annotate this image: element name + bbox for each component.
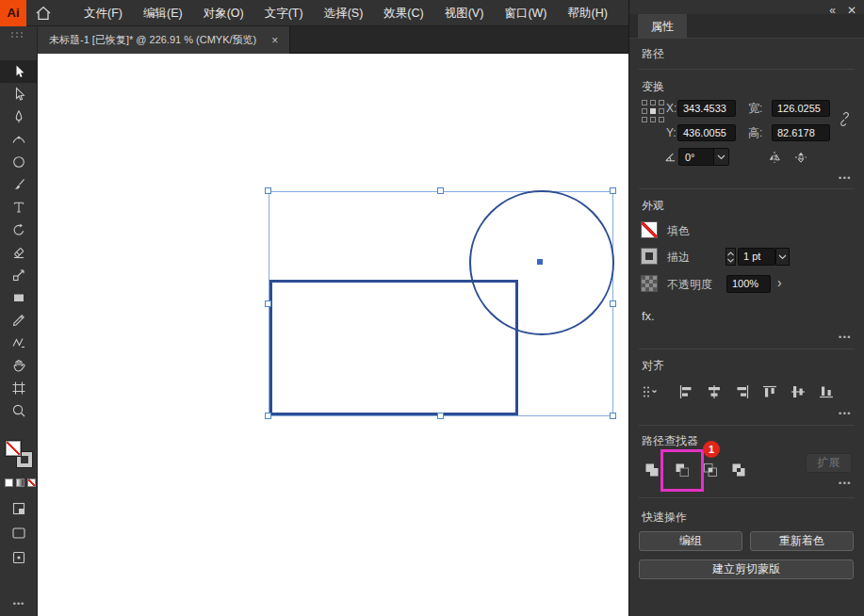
menu-object[interactable]: 对象(O)	[193, 0, 254, 26]
opacity-input[interactable]: 100%	[726, 275, 771, 293]
y-input[interactable]: 436.0055	[677, 124, 736, 141]
chevron-down-icon[interactable]	[713, 149, 728, 165]
eraser-tool[interactable]	[0, 241, 38, 264]
divider	[639, 497, 855, 498]
align-center-vertical-icon[interactable]	[790, 383, 807, 400]
document-tab[interactable]: 未标题-1 [已恢复]* @ 226.91 % (CMYK/预览) ×	[38, 26, 290, 54]
none-mode-icon[interactable]	[27, 478, 36, 487]
menu-file[interactable]: 文件(F)	[73, 0, 133, 26]
selection-handle[interactable]	[437, 413, 444, 419]
selection-handle[interactable]	[265, 413, 271, 419]
stroke-swatch[interactable]	[642, 249, 657, 264]
selection-handle[interactable]	[610, 413, 616, 419]
align-bottom-icon[interactable]	[818, 383, 835, 400]
expand-button[interactable]: 扩展	[806, 453, 852, 473]
rectangle-tool[interactable]	[0, 286, 38, 309]
pathfinder-exclude-icon[interactable]	[730, 462, 747, 478]
height-input[interactable]: 82.6178	[772, 124, 830, 141]
align-section-title: 对齐	[642, 358, 664, 373]
align-options-icon[interactable]	[642, 383, 659, 400]
artboard-canvas[interactable]	[38, 54, 628, 616]
hand-tool[interactable]	[0, 354, 38, 377]
color-mode-icon[interactable]	[5, 478, 13, 487]
group-button[interactable]: 编组	[639, 531, 742, 551]
document-tabstrip: 未标题-1 [已恢复]* @ 226.91 % (CMYK/预览) ×	[38, 26, 628, 54]
ellipse-tool[interactable]	[0, 151, 38, 173]
appearance-section-title: 外观	[642, 198, 664, 213]
menu-help[interactable]: 帮助(H)	[558, 0, 618, 26]
type-tool[interactable]	[0, 196, 38, 219]
x-input[interactable]: 343.4533	[677, 100, 736, 117]
selection-handle[interactable]	[265, 300, 271, 307]
align-top-icon[interactable]	[761, 383, 778, 400]
align-left-icon[interactable]	[677, 383, 694, 400]
presentation-mode-icon[interactable]	[11, 550, 26, 565]
tab-close-icon[interactable]: ×	[271, 34, 278, 47]
stroke-weight-dropdown-icon[interactable]	[775, 248, 790, 266]
divider	[639, 425, 855, 426]
rotation-angle-select[interactable]: 0°	[678, 148, 729, 166]
constrain-proportions-icon[interactable]	[838, 112, 852, 126]
gradient-mode-icon[interactable]	[16, 478, 24, 487]
width-input[interactable]: 126.0255	[772, 100, 830, 117]
stroke-weight-input[interactable]: 1 pt	[738, 248, 775, 266]
x-label: X:	[666, 100, 677, 117]
reference-point-locator[interactable]	[642, 100, 664, 122]
pencil-tool[interactable]	[0, 309, 38, 332]
menu-type[interactable]: 文字(T)	[254, 0, 314, 26]
menu-effect[interactable]: 效果(C)	[373, 0, 433, 26]
home-icon[interactable]	[26, 0, 60, 26]
screen-mode-icon[interactable]	[11, 526, 26, 541]
stroke-weight-stepper[interactable]	[725, 248, 736, 266]
menu-edit[interactable]: 编辑(E)	[133, 0, 193, 26]
appearance-more-options[interactable]: •••	[839, 332, 852, 342]
divider	[639, 349, 855, 349]
align-right-icon[interactable]	[734, 383, 751, 400]
opacity-swatch[interactable]	[642, 276, 657, 291]
pen-tool[interactable]	[0, 105, 38, 128]
rectangle-shape[interactable]	[269, 280, 518, 415]
selection-tool[interactable]	[0, 60, 38, 83]
paintbrush-tool[interactable]	[0, 173, 38, 196]
menu-select[interactable]: 选择(S)	[314, 0, 374, 26]
drawing-mode-icon[interactable]	[11, 501, 26, 516]
rotation-angle-icon	[663, 150, 677, 164]
tab-properties[interactable]: 属性	[638, 14, 687, 39]
fill-swatch[interactable]	[642, 222, 657, 237]
menu-window[interactable]: 窗口(W)	[494, 0, 557, 26]
fx-button[interactable]: fx.	[642, 309, 655, 323]
scale-tool[interactable]	[0, 264, 38, 286]
pathfinder-intersect-icon[interactable]	[702, 462, 719, 478]
pathfinder-unite-icon[interactable]	[644, 462, 660, 478]
fill-color-swatch[interactable]	[6, 441, 21, 456]
flip-vertical-icon[interactable]	[793, 150, 808, 165]
selection-handle[interactable]	[610, 187, 616, 194]
align-center-horizontal-icon[interactable]	[706, 383, 723, 400]
selection-handle[interactable]	[610, 300, 616, 307]
direct-selection-tool[interactable]	[0, 83, 38, 105]
pathfinder-section-title: 路径查找器	[642, 433, 698, 448]
properties-panel: « ✕ 属性 路径 变换 X: 343.4533 宽: 126.0255 Y: …	[628, 0, 864, 616]
flip-horizontal-icon[interactable]	[767, 150, 782, 165]
app-logo[interactable]: Ai	[0, 0, 26, 26]
tools-panel-grip[interactable]	[0, 26, 37, 38]
pathfinder-more-options[interactable]: •••	[839, 478, 852, 488]
align-more-options[interactable]: •••	[839, 409, 852, 418]
width-label: 宽:	[748, 100, 762, 117]
selection-handle[interactable]	[437, 187, 444, 194]
zoom-tool[interactable]	[0, 399, 38, 422]
recolor-button[interactable]: 重新着色	[750, 531, 854, 551]
selection-center-point[interactable]	[537, 259, 543, 265]
quick-actions-section-title: 快速操作	[642, 510, 687, 525]
make-clipping-mask-button[interactable]: 建立剪切蒙版	[639, 559, 854, 579]
color-mode-row	[5, 478, 36, 487]
opacity-expand-icon[interactable]: ›	[777, 274, 782, 292]
menu-view[interactable]: 视图(V)	[434, 0, 495, 26]
shaper-tool[interactable]	[0, 332, 38, 354]
selection-handle[interactable]	[265, 187, 271, 194]
rotate-tool[interactable]	[0, 219, 38, 241]
artboard-tool[interactable]	[0, 377, 38, 399]
edit-toolbar-icon[interactable]: •••	[0, 599, 38, 608]
transform-more-options[interactable]: •••	[839, 173, 852, 183]
curvature-tool[interactable]	[0, 128, 38, 151]
